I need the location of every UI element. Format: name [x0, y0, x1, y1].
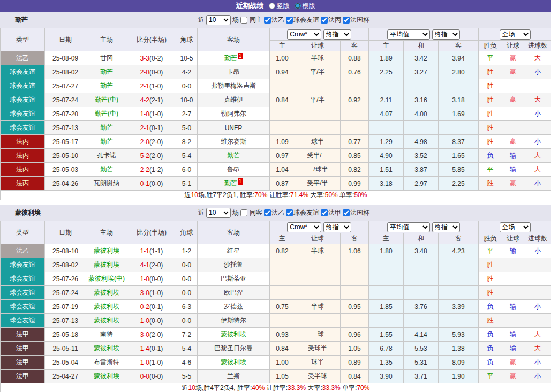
euro-home-odds: 1.80: [369, 244, 404, 258]
score-cell: 1-0(1-0): [127, 356, 176, 370]
col-header-goals-result: 进球数: [524, 41, 551, 51]
corner-count: 5-4: [176, 342, 198, 356]
euro-home-odds: [369, 272, 404, 286]
asian-away-odds: 0.95: [341, 300, 369, 314]
layout-radio-horizontal[interactable]: [295, 3, 301, 9]
league-filter[interactable]: 球会友谊: [286, 16, 319, 25]
score-cell: 0-0(0-0): [127, 370, 176, 383]
result-scope-select[interactable]: 全场: [500, 222, 531, 232]
recent-count-select[interactable]: 10: [206, 15, 231, 25]
score-halftime: (1-0): [149, 289, 163, 297]
handicap-result: 赢: [502, 93, 524, 107]
euro-draw-odds: 3.48: [404, 244, 439, 258]
asian-odds-index-select[interactable]: 终指: [323, 222, 351, 232]
league-filter-checkbox[interactable]: [321, 209, 328, 216]
team-label: 兰斯: [227, 372, 240, 380]
home-team: 蒙彼利埃: [86, 286, 127, 300]
result-char: 赢: [510, 372, 516, 380]
league-filter-checkbox[interactable]: [264, 209, 271, 216]
asian-handicap-line: 受球半: [295, 342, 341, 356]
league-filter-checkbox[interactable]: [343, 209, 350, 216]
team-label: 甘冈: [100, 54, 113, 62]
asian-odds-index-select[interactable]: 终指: [323, 29, 351, 40]
asian-home-odds: 1.04: [270, 163, 295, 177]
league-filter[interactable]: 法丙: [321, 16, 341, 25]
layout-option-horizontal[interactable]: 横版: [295, 2, 315, 11]
col-header-date: 日期: [45, 221, 86, 244]
result-scope-header-group: 全场: [479, 28, 551, 41]
handicap-result: 输: [502, 300, 524, 314]
summary-highlight: 70%: [357, 384, 369, 391]
league-filter[interactable]: 球会友谊: [286, 208, 319, 217]
euro-odds-source-select[interactable]: 平均值: [387, 29, 430, 40]
asian-away-odds: [341, 121, 369, 135]
euro-draw-odds: 4.00: [404, 107, 439, 121]
league-filter[interactable]: 法乙: [264, 208, 284, 217]
euro-draw-odds: [404, 272, 439, 286]
asian-home-odds: 0.82: [270, 244, 295, 258]
summary-highlight: 71.4%: [290, 191, 308, 199]
league-filter-label: 球会友谊: [293, 208, 319, 217]
asian-odds-source-select[interactable]: Crow*: [287, 222, 321, 232]
home-team: 蒙彼利埃: [86, 300, 127, 314]
league-badge: 法甲: [1, 328, 45, 342]
euro-odds-index-select[interactable]: 终指: [432, 222, 460, 232]
score-fulltime: 2-1: [140, 124, 149, 132]
result-char: 大: [534, 330, 541, 338]
recent-count-select[interactable]: 10: [206, 208, 231, 218]
home-team: 蒙彼利埃: [86, 258, 127, 272]
away-team: 巴斯蒂亚: [198, 272, 270, 286]
score-cell: 3-0(1-0): [127, 286, 176, 300]
away-team: 蒙彼利埃: [198, 328, 270, 342]
result-char: 负: [487, 330, 494, 338]
league-filter-checkbox[interactable]: [286, 209, 293, 216]
layout-vertical-label: 竖版: [277, 2, 290, 11]
league-filter-label: 法乙: [271, 208, 284, 217]
score-cell: 0-1(0-0): [127, 177, 176, 191]
same-venue-checkbox[interactable]: [240, 17, 247, 24]
same-venue-checkbox[interactable]: [240, 209, 247, 216]
euro-away-odds: [439, 286, 479, 300]
league-filter-checkbox[interactable]: [264, 17, 271, 24]
home-team: 瓦朗谢纳: [86, 177, 127, 191]
layout-radio-vertical[interactable]: [269, 3, 275, 9]
euro-odds-index-select[interactable]: 终指: [432, 29, 460, 40]
euro-home-odds: 2.11: [369, 93, 404, 107]
league-filter-checkbox[interactable]: [321, 17, 328, 24]
corner-count: 0-0: [176, 258, 198, 272]
away-team: 卡昂: [198, 65, 270, 79]
result-char: 输: [510, 247, 516, 254]
league-filter[interactable]: 法乙: [264, 16, 284, 25]
result-char: 小: [534, 358, 541, 366]
score-cell: 1-0(0-0): [127, 272, 176, 286]
league-filter[interactable]: 法甲: [321, 208, 341, 217]
asian-odds-source-select[interactable]: Crow*: [287, 29, 321, 40]
euro-odds-source-select[interactable]: 平均值: [387, 222, 430, 232]
score-fulltime: 0-2: [140, 303, 149, 311]
asian-away-odds: 0.89: [341, 356, 369, 370]
layout-option-vertical[interactable]: 竖版: [269, 2, 290, 11]
home-team: 蒙彼利埃: [86, 244, 127, 258]
score-fulltime: 1-0: [140, 359, 149, 366]
result-char: 大: [534, 344, 541, 352]
col-header-asian-home: 主: [270, 41, 295, 51]
result-scope-header-group: 全场: [479, 221, 551, 233]
league-filter-checkbox[interactable]: [343, 17, 350, 24]
league-filter-checkbox[interactable]: [286, 17, 293, 24]
asian-handicap-line: 一/球半: [295, 163, 341, 177]
match-row: 球会友谊25-08-02勤芒2-0(0-0)4-2卡昂0.94平/半0.762.…: [1, 65, 551, 79]
euro-away-odds: [439, 258, 479, 272]
col-header-euro-away: 客: [439, 41, 479, 51]
league-filter[interactable]: 法国杯: [343, 208, 369, 217]
league-filter[interactable]: 法国杯: [343, 16, 369, 25]
handicap-result: [502, 121, 524, 135]
result-char: 大: [534, 54, 541, 62]
outcome-result: 胜: [479, 258, 502, 272]
league-badge: 法甲: [1, 342, 45, 356]
league-badge: 法丙: [1, 135, 45, 149]
score-fulltime: 2-1: [140, 82, 149, 90]
result-scope-select[interactable]: 全场: [500, 29, 531, 40]
handicap-result: 赢: [502, 177, 524, 191]
asian-away-odds: [341, 286, 369, 300]
asian-handicap-line: [295, 79, 341, 93]
